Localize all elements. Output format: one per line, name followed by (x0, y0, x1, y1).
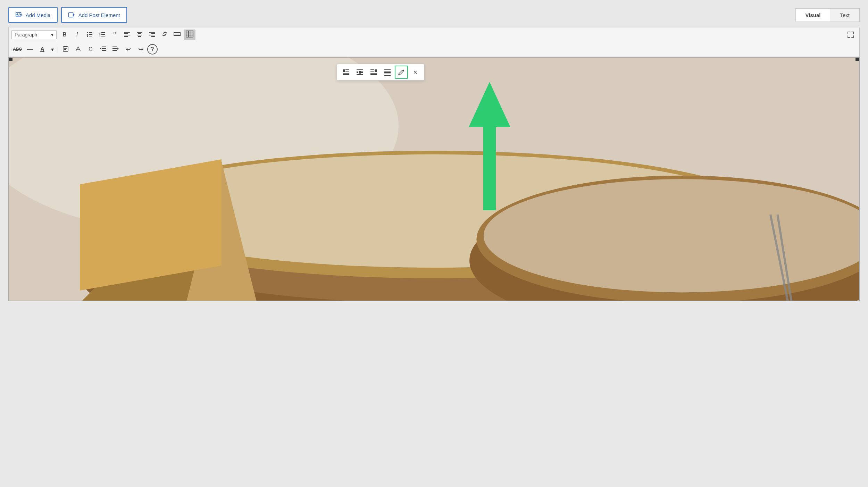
add-media-label: Add Media (26, 12, 51, 18)
tab-text[interactable]: Text (830, 9, 859, 22)
expand-button[interactable] (845, 30, 857, 40)
add-post-element-label: Add Post Element (78, 12, 120, 18)
svg-rect-9 (89, 34, 92, 35)
outdent-icon (100, 45, 107, 53)
link-button[interactable] (159, 30, 170, 40)
svg-point-8 (87, 34, 88, 35)
editor-content: × (8, 57, 860, 301)
hr-line-icon: — (27, 46, 33, 53)
svg-rect-50 (112, 48, 117, 49)
align-center-button[interactable] (134, 30, 145, 40)
cake-visual (9, 58, 859, 301)
italic-button[interactable]: I (71, 30, 83, 40)
svg-rect-78 (370, 69, 374, 70)
paste-text-button[interactable] (60, 44, 72, 54)
svg-rect-51 (112, 50, 117, 51)
ol-button[interactable]: 1.2.3. (96, 30, 108, 40)
clear-format-icon (75, 45, 81, 53)
img-align-none-button[interactable] (381, 66, 394, 79)
svg-rect-80 (375, 69, 377, 72)
svg-rect-76 (361, 72, 363, 73)
redo-button[interactable]: ↪ (135, 44, 147, 54)
svg-rect-47 (102, 48, 106, 49)
help-icon: ? (151, 46, 154, 52)
view-tabs: Visual Text (795, 8, 860, 22)
blockquote-icon: " (113, 31, 116, 38)
undo-button[interactable]: ↩ (122, 44, 134, 54)
tab-visual[interactable]: Visual (796, 9, 831, 22)
svg-rect-18 (124, 32, 130, 33)
svg-rect-85 (384, 72, 391, 73)
bold-button[interactable]: B (59, 30, 70, 40)
help-button[interactable]: ? (147, 44, 158, 54)
outdent-button[interactable] (97, 44, 109, 54)
paragraph-select[interactable]: Paragraph ▾ (11, 30, 57, 39)
clear-format-button[interactable] (72, 44, 84, 54)
align-left-button[interactable] (121, 30, 133, 40)
separator (58, 46, 58, 53)
svg-rect-44 (64, 49, 66, 50)
svg-rect-19 (124, 33, 128, 34)
svg-point-10 (87, 35, 88, 37)
align-right-button[interactable] (146, 30, 158, 40)
svg-marker-91 (469, 82, 510, 127)
svg-rect-86 (384, 74, 391, 74)
svg-rect-87 (384, 75, 391, 76)
img-align-right-button[interactable] (367, 66, 380, 79)
svg-rect-36 (186, 31, 193, 37)
ul-button[interactable] (84, 30, 95, 40)
add-media-button[interactable]: Add Media (8, 7, 58, 23)
svg-rect-5 (69, 13, 73, 17)
resize-handle-tl[interactable] (9, 58, 12, 61)
svg-rect-20 (124, 35, 130, 35)
svg-rect-11 (89, 36, 92, 36)
svg-rect-83 (384, 69, 391, 70)
svg-line-30 (164, 34, 165, 34)
svg-rect-46 (102, 47, 106, 47)
hr-line-button[interactable]: — (24, 44, 36, 54)
svg-rect-67 (345, 69, 349, 70)
svg-rect-71 (357, 69, 363, 70)
svg-rect-26 (149, 32, 155, 33)
table-icon (186, 31, 193, 39)
svg-rect-31 (174, 32, 180, 33)
svg-rect-74 (361, 71, 363, 72)
svg-rect-28 (149, 35, 155, 35)
svg-rect-32 (174, 34, 180, 34)
bold-icon: B (62, 32, 67, 38)
svg-rect-29 (151, 36, 155, 37)
svg-rect-69 (343, 73, 349, 74)
img-align-center-button[interactable] (353, 66, 366, 79)
img-align-left-button[interactable] (339, 66, 352, 79)
align-left-icon (124, 31, 130, 39)
table-button[interactable] (184, 30, 195, 40)
img-remove-icon: × (413, 68, 417, 76)
color-dropdown-button[interactable]: ▾ (49, 44, 56, 54)
hr-button[interactable] (171, 30, 183, 40)
img-align-left-icon (342, 69, 349, 76)
svg-rect-68 (345, 71, 349, 72)
add-post-element-button[interactable]: Add Post Element (61, 7, 127, 23)
ul-icon (86, 31, 93, 39)
text-color-button[interactable]: A (36, 44, 48, 54)
svg-rect-84 (384, 71, 391, 72)
strikethrough-icon: ABC (13, 47, 22, 52)
svg-rect-73 (357, 71, 358, 72)
svg-rect-27 (151, 33, 155, 34)
svg-rect-48 (102, 50, 106, 51)
blockquote-button[interactable]: " (109, 30, 120, 40)
add-media-icon (15, 11, 23, 19)
special-char-button[interactable]: Ω (85, 44, 97, 54)
img-remove-button[interactable]: × (409, 66, 422, 79)
expand-icon (847, 31, 854, 39)
svg-rect-66 (343, 69, 345, 72)
strikethrough-button[interactable]: ABC (11, 44, 23, 54)
green-arrow-annotation (462, 78, 517, 217)
paragraph-dropdown-icon: ▾ (51, 32, 53, 37)
indent-button[interactable] (110, 44, 122, 54)
img-edit-button[interactable] (395, 66, 408, 79)
text-color-icon: A (40, 46, 44, 52)
resize-handle-tr[interactable] (856, 58, 859, 61)
svg-rect-17 (101, 36, 105, 36)
svg-rect-77 (357, 74, 363, 75)
